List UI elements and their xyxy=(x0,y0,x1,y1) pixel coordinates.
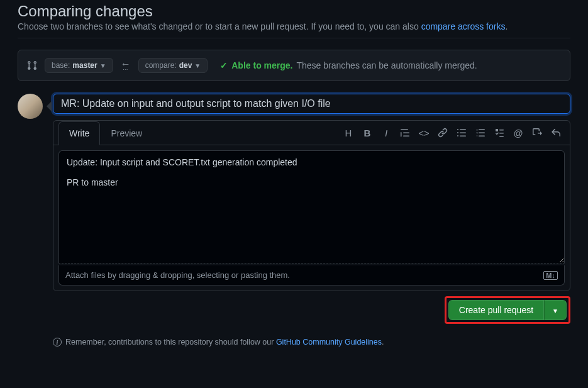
link-icon[interactable] xyxy=(438,128,448,138)
create-pull-request-dropdown[interactable]: ▼ xyxy=(544,300,567,320)
mention-icon[interactable]: @ xyxy=(513,128,523,138)
tab-preview[interactable]: Preview xyxy=(100,121,153,145)
attach-file-area[interactable]: Attach files by dragging & dropping, sel… xyxy=(58,265,565,285)
pr-title-input[interactable] xyxy=(53,94,570,114)
task-list-icon[interactable] xyxy=(494,128,504,138)
community-guidelines-link[interactable]: GitHub Community Guidelines xyxy=(276,338,382,346)
merge-status-text: Able to merge. xyxy=(231,60,292,70)
git-compare-icon xyxy=(27,60,37,70)
bold-icon[interactable]: B xyxy=(362,128,372,138)
arrow-left-icon: ←… xyxy=(121,61,131,70)
create-pull-request-button[interactable]: Create pull request xyxy=(448,300,544,320)
footer-after: . xyxy=(382,338,384,346)
base-name: master xyxy=(72,61,97,70)
highlight-annotation: Create pull request ▼ xyxy=(445,296,570,324)
pr-body-textarea[interactable] xyxy=(58,150,565,263)
info-icon: i xyxy=(53,338,62,346)
numbered-list-icon[interactable] xyxy=(475,128,485,138)
subtitle-text: Choose two branches to see what's change… xyxy=(18,21,421,31)
heading-icon[interactable]: H xyxy=(343,128,353,138)
code-icon[interactable]: <> xyxy=(419,128,429,138)
cross-reference-icon[interactable] xyxy=(532,128,542,138)
base-label: base: xyxy=(52,61,70,70)
footer-note: i Remember, contributions to this reposi… xyxy=(53,338,570,346)
reply-icon[interactable] xyxy=(551,128,561,138)
base-branch-button[interactable]: base: master ▼ xyxy=(45,58,113,73)
compare-branch-button[interactable]: compare: dev ▼ xyxy=(138,58,208,73)
italic-icon[interactable]: I xyxy=(381,128,391,138)
merge-status: ✓ Able to merge. These branches can be a… xyxy=(220,60,477,70)
page-subtitle: Choose two branches to see what's change… xyxy=(18,21,570,31)
page-title: Comparing changes xyxy=(18,3,570,20)
bullet-list-icon[interactable] xyxy=(457,128,467,138)
avatar[interactable] xyxy=(18,94,43,119)
markdown-toolbar: H B I <> xyxy=(340,123,565,143)
subtitle-after: . xyxy=(505,21,508,31)
footer-before: Remember, contributions to this reposito… xyxy=(65,338,276,346)
check-icon: ✓ xyxy=(220,60,228,70)
branch-selection-bar: base: master ▼ ←… compare: dev ▼ ✓ Able … xyxy=(18,50,570,81)
attach-hint-text: Attach files by dragging & dropping, sel… xyxy=(65,270,290,280)
quote-icon[interactable] xyxy=(400,128,410,138)
chevron-down-icon: ▼ xyxy=(552,308,558,314)
compare-name: dev xyxy=(179,61,192,70)
merge-detail-text: These branches can be automatically merg… xyxy=(297,60,477,70)
chevron-down-icon: ▼ xyxy=(194,62,201,69)
tab-write[interactable]: Write xyxy=(58,121,100,145)
chevron-down-icon: ▼ xyxy=(100,62,106,69)
comment-box: Write Preview H B I <> xyxy=(53,120,570,291)
markdown-icon[interactable]: M↓ xyxy=(543,271,558,280)
compare-forks-link[interactable]: compare across forks xyxy=(421,21,506,31)
compare-label: compare: xyxy=(145,61,177,70)
